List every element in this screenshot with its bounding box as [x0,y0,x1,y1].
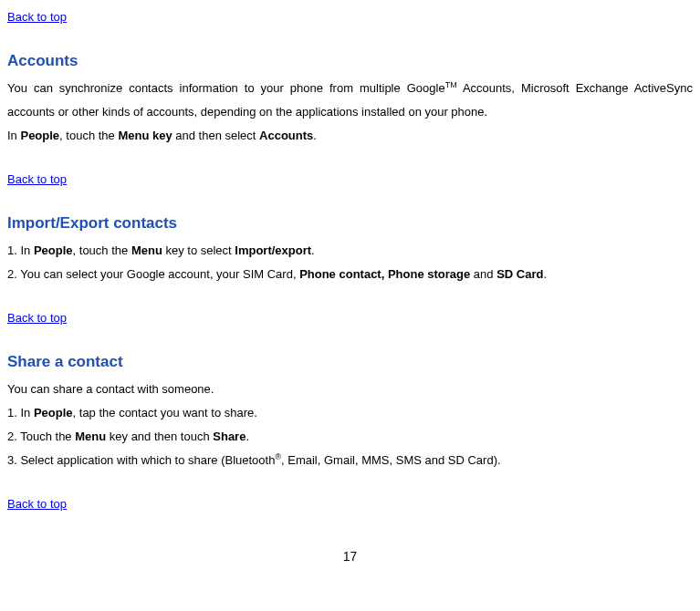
accounts-para-2: In People, touch the Menu key and then s… [7,124,693,148]
text: 3. Select application with which to shar… [7,453,275,467]
text-bold: Menu key [118,129,172,142]
text: . [313,129,317,142]
text-bold: People [20,129,59,142]
text: . [246,430,249,443]
back-to-top-link[interactable]: Back to top [7,168,67,192]
text: , touch the [73,243,131,257]
text-bold: Accounts [259,129,313,142]
share-step-3: 3. Select application with which to shar… [7,449,693,472]
text: 1. In [7,406,34,419]
text-bold: Share [213,430,246,443]
import-export-step-1: 1. In People, touch the Menu key to sele… [7,239,693,263]
page-number: 17 [7,544,693,569]
text: In [7,129,20,142]
share-contact-heading: Share a contact [7,347,693,378]
text: 2. You can select your Google account, y… [7,267,299,281]
trademark-superscript: TM [445,80,457,89]
text: 1. In [7,243,34,257]
text-bold: Import/export [235,243,311,257]
text: 2. Touch the [7,430,75,443]
back-to-top-link[interactable]: Back to top [7,5,67,29]
text-bold: SD Card [496,267,543,281]
text: , tap the contact you want to share. [73,406,257,419]
text: key and then touch [106,430,213,443]
text: , Email, Gmail, MMS, SMS and SD Card). [281,453,501,467]
share-step-1: 1. In People, tap the contact you want t… [7,401,693,425]
accounts-heading: Accounts [7,46,693,77]
text: and then select [172,129,259,142]
text-bold: People [34,243,73,257]
import-export-step-2: 2. You can select your Google account, y… [7,263,693,286]
share-step-2: 2. Touch the Menu key and then touch Sha… [7,425,693,449]
text-bold: Phone contact, Phone storage [299,267,470,281]
text: key to select [162,243,235,257]
text-bold: Menu [131,243,162,257]
back-to-top-link[interactable]: Back to top [7,492,67,516]
text-bold: People [34,406,73,419]
text: and [470,267,496,281]
text: . [311,243,315,257]
text: . [543,267,547,281]
text-bold: Menu [75,430,106,443]
share-para-1: You can share a contact with someone. [7,378,693,401]
accounts-para-1: You can synchronize contacts information… [7,77,693,124]
text: You can synchronize contacts information… [7,81,445,95]
import-export-heading: Import/Export contacts [7,208,693,239]
text: , touch the [59,129,118,142]
back-to-top-link[interactable]: Back to top [7,306,67,330]
